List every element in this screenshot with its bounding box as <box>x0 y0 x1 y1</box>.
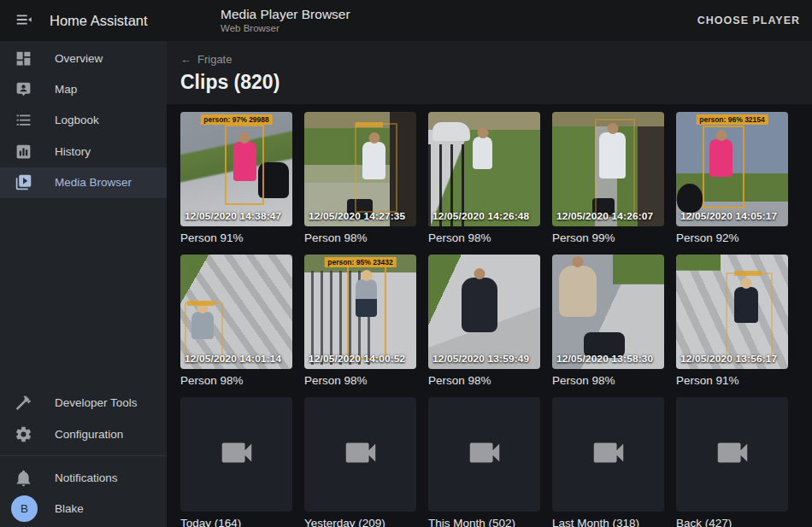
detection-label-small <box>187 301 215 306</box>
clip-thumbnail: 12/05/2020 13:58:30 <box>552 255 664 369</box>
video-camera-icon <box>341 433 380 476</box>
sidebar-item-configuration[interactable]: Configuration <box>0 419 167 449</box>
clip-thumbnail: 12/05/2020 14:01:14 <box>180 255 292 369</box>
sidebar-item-map[interactable]: Map <box>0 73 167 104</box>
video-camera-icon <box>713 433 752 476</box>
clip-card[interactable]: 12/05/2020 13:59:49 Person 98% <box>428 255 540 387</box>
person-figure <box>559 266 597 317</box>
sidebar-item-label: Notifications <box>55 471 118 484</box>
clip-thumbnail: 12/05/2020 14:27:35 <box>304 112 416 226</box>
clip-label: Person 98% <box>428 374 540 387</box>
clip-timestamp: 12/05/2020 14:26:48 <box>432 210 529 222</box>
main-content: Frigate Clips (820) person: 97% 29988 12… <box>167 41 812 527</box>
clip-thumbnail: 12/05/2020 14:26:48 <box>428 112 540 226</box>
clip-card[interactable]: 12/05/2020 14:26:48 Person 98% <box>428 112 540 244</box>
clip-timestamp: 12/05/2020 14:00:52 <box>309 353 405 365</box>
detection-label: person: 96% 32154 <box>696 114 768 125</box>
clip-card[interactable]: person: 96% 32154 12/05/2020 14:05:17 Pe… <box>676 112 788 244</box>
folder-card-this-month[interactable]: This Month (502) <box>428 397 540 527</box>
clip-timestamp: 12/05/2020 14:05:17 <box>680 210 777 222</box>
sidebar-item-notifications[interactable]: Notifications <box>0 462 167 493</box>
sidebar-item-media-browser[interactable]: Media Browser <box>0 167 167 198</box>
breadcrumb[interactable]: Frigate <box>180 53 232 66</box>
hammer-icon <box>15 393 35 413</box>
gear-icon <box>15 424 35 444</box>
clip-card[interactable]: person: 97% 29988 12/05/2020 14:38:47 Pe… <box>180 112 292 244</box>
person-figure <box>473 137 492 169</box>
media-player-subtitle: Web Browser <box>221 22 350 34</box>
clip-timestamp: 12/05/2020 14:01:14 <box>185 353 281 365</box>
detection-bounding-box <box>726 272 773 362</box>
folder-label: Back (427) <box>676 517 788 527</box>
clip-label: Person 92% <box>676 231 788 244</box>
clip-label: Person 98% <box>304 374 416 387</box>
app-title: Home Assistant <box>50 13 148 29</box>
sidebar-item-label: Configuration <box>55 428 123 441</box>
folder-thumbnail <box>180 397 292 512</box>
folder-thumbnail <box>676 397 788 512</box>
choose-player-button[interactable]: CHOOSE PLAYER <box>697 0 800 41</box>
clip-label: Person 98% <box>552 374 664 387</box>
sidebar-item-developer-tools[interactable]: Developer Tools <box>0 387 167 418</box>
clip-card[interactable]: 12/05/2020 13:58:30 Person 98% <box>552 255 664 387</box>
clip-timestamp: 12/05/2020 13:56:17 <box>680 353 777 365</box>
clip-timestamp: 12/05/2020 14:27:35 <box>309 210 405 222</box>
top-app-bar: Home Assistant Media Player Browser Web … <box>0 0 812 41</box>
clip-timestamp: 12/05/2020 13:58:30 <box>556 353 653 365</box>
clip-card[interactable]: 12/05/2020 14:26:07 Person 99% <box>552 112 664 244</box>
sidebar-item-label: Overview <box>55 52 103 65</box>
folder-label: Last Month (318) <box>552 517 664 527</box>
detection-bounding-box <box>355 123 397 213</box>
folder-thumbnail <box>428 397 540 512</box>
sidebar: Overview Map Logbook <box>0 41 167 527</box>
sidebar-item-user-profile[interactable]: B Blake <box>0 494 167 524</box>
clip-thumbnail: person: 95% 23432 12/05/2020 14:00:52 <box>304 255 416 369</box>
detection-bounding-box <box>347 262 386 360</box>
video-camera-icon <box>217 433 256 476</box>
sidebar-item-history[interactable]: History <box>0 136 167 167</box>
video-camera-icon <box>465 433 504 476</box>
folder-card-yesterday[interactable]: Yesterday (209) <box>304 397 416 527</box>
clip-card[interactable]: 12/05/2020 14:01:14 Person 98% <box>180 255 292 387</box>
clip-label: Person 98% <box>428 231 540 244</box>
folder-card-back[interactable]: Back (427) <box>676 397 788 527</box>
clip-card[interactable]: 12/05/2020 14:27:35 Person 98% <box>304 112 416 244</box>
page-title: Clips (820) <box>180 71 798 94</box>
clip-thumbnail: person: 96% 32154 12/05/2020 14:05:17 <box>676 112 788 226</box>
folder-label: Today (164) <box>180 517 292 527</box>
clip-timestamp: 12/05/2020 13:59:49 <box>432 353 529 365</box>
folder-thumbnail <box>552 397 664 512</box>
breadcrumb-label: Frigate <box>197 53 232 66</box>
detection-label-small <box>356 122 383 127</box>
bell-icon <box>15 467 35 488</box>
media-browser-header: Frigate Clips (820) <box>167 41 812 104</box>
detection-label: person: 97% 29988 <box>200 114 273 125</box>
clip-label: Person 91% <box>180 231 292 244</box>
clip-thumbnail: 12/05/2020 13:56:17 <box>676 255 788 369</box>
sidebar-item-label: Map <box>55 83 77 96</box>
detection-label: person: 95% 23432 <box>324 257 397 267</box>
clip-timestamp: 12/05/2020 14:38:47 <box>185 210 281 222</box>
folder-label: Yesterday (209) <box>304 517 416 527</box>
map-account-icon <box>15 79 35 100</box>
chart-box-icon <box>15 141 35 161</box>
sidebar-item-logbook[interactable]: Logbook <box>0 105 167 136</box>
menu-open-icon <box>15 10 33 32</box>
sidebar-divider <box>0 455 167 456</box>
clip-card[interactable]: person: 95% 23432 12/05/2020 14:00:52 Pe… <box>304 255 416 387</box>
sidebar-item-overview[interactable]: Overview <box>0 43 167 73</box>
detection-bounding-box <box>595 119 635 217</box>
clip-thumbnail: 12/05/2020 14:26:07 <box>552 112 664 226</box>
car-figure <box>432 122 470 141</box>
clip-label: Person 98% <box>304 231 416 244</box>
back-arrow-icon <box>180 53 197 66</box>
sidebar-item-label: Media Browser <box>55 176 132 189</box>
clip-timestamp: 12/05/2020 14:26:07 <box>556 210 653 222</box>
media-player-title: Media Player Browser <box>221 6 350 22</box>
folder-card-last-month[interactable]: Last Month (318) <box>552 397 664 527</box>
folder-card-today[interactable]: Today (164) <box>180 397 292 527</box>
person-figure <box>462 278 497 332</box>
clip-card[interactable]: 12/05/2020 13:56:17 Person 91% <box>676 255 788 387</box>
clip-label: Person 91% <box>676 374 788 387</box>
sidebar-toggle-button[interactable] <box>9 5 39 36</box>
